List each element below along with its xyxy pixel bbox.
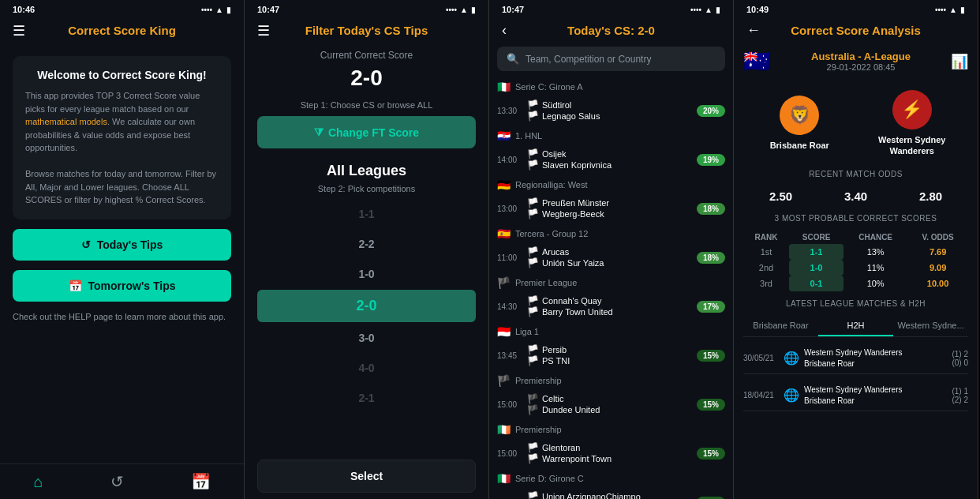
match-team2: 🏳️PS TNI — [527, 355, 692, 366]
score-item-2-1[interactable]: 2-1 — [257, 384, 476, 412]
team2-name: Western Sydney Wanderers — [877, 134, 948, 157]
chance-10: 10% — [843, 276, 907, 291]
match-time: 13:45 — [497, 351, 522, 360]
h2h-team1-1: Western Sydney Wanderers — [804, 347, 947, 358]
league-name-liga1: Liga 1 — [515, 327, 539, 336]
team-flag: 🏳️ — [527, 208, 539, 219]
match-team2: 🏳️Warrenpoint Town — [527, 453, 692, 464]
header-title-1: Correct Score King — [68, 24, 176, 37]
help-text: Check out the HELP page to learn more ab… — [13, 311, 231, 323]
table-row[interactable]: 15:00 🏴Celtic 🏴Dundee United 15% — [497, 389, 725, 419]
screen-4: 10:49 •••• ▲ ▮ ← Correct Score Analysis … — [734, 0, 978, 499]
h2h-score2-t2: (2) 2 — [952, 396, 968, 404]
h2h-icon-2: 🌐 — [784, 388, 799, 403]
calendar-nav-icon[interactable]: 📅 — [191, 472, 211, 491]
score-1-1: 1-1 — [789, 244, 843, 260]
score-item-3-0[interactable]: 3-0 — [257, 324, 476, 352]
wifi-icon-3: ▲ — [705, 6, 713, 14]
header-4: ← Correct Score Analysis — [734, 17, 978, 43]
match-team1: 🏴Celtic — [527, 393, 692, 404]
team-flag: 🏳️ — [527, 295, 539, 306]
status-bar-4: 10:49 •••• ▲ ▮ — [734, 0, 978, 17]
change-ft-button[interactable]: ⧩ Change FT Score — [257, 116, 476, 148]
h2h-score2-t1: (1) 1 — [952, 387, 968, 396]
header-title-2: Filter Today's CS Tips — [305, 24, 428, 37]
odds-769: 7.69 — [907, 244, 968, 260]
welcome-text-part1: This app provides TOP 3 Correct Score va… — [25, 91, 200, 114]
league-header-premiership-irl: 🇮🇪 Premiership — [497, 420, 725, 437]
table-row[interactable]: 13:00 🏳️Preußen Münster 🏳️Wegberg-Beeck … — [497, 193, 725, 223]
league-name-serie-c: Serie C: Girone A — [515, 82, 583, 92]
league-flag-premiership-sco: 🏴 — [497, 374, 511, 387]
score-item-2-2[interactable]: 2-2 — [257, 230, 476, 258]
league-name-premiership-irl: Premiership — [515, 425, 562, 434]
table-row[interactable]: 14:00 🏳️Osijek 🏳️Slaven Koprivnica 19% — [497, 144, 725, 174]
match-team2: 🏴Dundee United — [527, 404, 692, 415]
table-row[interactable]: 13:30 🏳️Union ArzignanoChiampo 🏳️Ambrosi… — [497, 487, 725, 499]
score-item-1-1[interactable]: 1-1 — [257, 200, 476, 228]
select-button[interactable]: Select — [257, 460, 476, 493]
league-header-serie-d: 🇮🇹 Serie D: Girone C — [497, 469, 725, 486]
h2h-section-label: LATEST LEAGUE MATCHES & H2H — [743, 298, 968, 310]
chance-11: 11% — [843, 260, 907, 276]
match-list: 🇮🇹 Serie C: Girone A 13:30 🏳️Südtirol 🏳️… — [489, 77, 733, 499]
signal-icon: •••• — [201, 6, 212, 14]
table-row: 2nd 1-0 11% 9.09 — [743, 260, 968, 276]
tomorrow-tips-button[interactable]: 📅 Tomorrow's Tips — [13, 270, 231, 302]
league-flag-tercera: 🇪🇸 — [497, 227, 511, 240]
match-pct: 20% — [697, 105, 725, 117]
table-row[interactable]: 11:00 🏳️Arucas 🏳️Unión Sur Yaiza 18% — [497, 242, 725, 272]
table-row[interactable]: 13:30 🏳️Südtirol 🏳️Legnago Salus 20% — [497, 96, 725, 126]
league-name-tercera: Tercera - Group 12 — [515, 229, 588, 238]
h2h-match-2: 18/04/21 🌐 Western Sydney Wanderers Bris… — [743, 381, 968, 411]
battery-icon-3: ▮ — [716, 6, 720, 14]
status-bar-2: 10:47 •••• ▲ ▮ — [245, 0, 488, 17]
team-flag: 🏳️ — [527, 99, 539, 111]
bottom-nav: ⌂ ↺ 📅 — [0, 463, 244, 499]
league-info-row: 🇦🇺 Australia - A-League 29-01-2022 08:45… — [743, 43, 968, 79]
league-header-premiership-sco: 🏴 Premiership — [497, 371, 725, 388]
menu-icon[interactable]: ☰ — [13, 22, 25, 39]
team-flag: 🏳️ — [527, 197, 539, 208]
back-icon-3[interactable]: ‹ — [502, 22, 507, 39]
search-icon: 🔍 — [507, 53, 519, 65]
search-bar[interactable]: 🔍 Team, Competition or Country — [497, 47, 725, 71]
table-row[interactable]: 15:00 🏳️Glentoran 🏳️Warrenpoint Town 15% — [497, 438, 725, 468]
match-team2: 🏳️Legnago Salus — [527, 111, 692, 122]
team-flag: 🏳️ — [527, 344, 539, 355]
tab-western[interactable]: Western Sydne... — [893, 316, 968, 336]
league-date: 29-01-2022 08:45 — [771, 62, 951, 72]
match-info: 🏳️Connah's Quay 🏳️Barry Town United — [527, 295, 692, 317]
score-item-2-0[interactable]: 2-0 — [257, 290, 476, 322]
chart-icon[interactable]: 📊 — [951, 53, 968, 70]
match-pct: 18% — [697, 252, 725, 264]
h2h-icon-1: 🌐 — [784, 351, 799, 366]
welcome-text-part3: Browse matches for today and tomorrow. F… — [25, 169, 216, 204]
match-time: 15:00 — [497, 400, 522, 409]
match-pct: 17% — [697, 301, 725, 313]
league-flag-premier-wales: 🏴 — [497, 276, 511, 289]
h2h-score-t1: (1) 2 — [952, 350, 968, 358]
score-item-4-0[interactable]: 4-0 — [257, 354, 476, 382]
welcome-title: Welcome to Correct Score King! — [25, 69, 219, 81]
today-tips-button[interactable]: ↺ Today's Tips — [13, 229, 231, 261]
tab-h2h[interactable]: H2H — [818, 316, 893, 336]
match-team1: 🏳️Union ArzignanoChiampo — [527, 491, 692, 499]
refresh-icon: ↺ — [81, 238, 91, 251]
match-info: 🏴Celtic 🏴Dundee United — [527, 393, 692, 415]
back-icon-4[interactable]: ← — [746, 22, 761, 39]
table-row[interactable]: 13:45 🏳️Persib 🏳️PS TNI 15% — [497, 340, 725, 370]
table-row[interactable]: 14:30 🏳️Connah's Quay 🏳️Barry Town Unite… — [497, 291, 725, 321]
menu-icon-2[interactable]: ☰ — [257, 22, 270, 39]
screen2-body: Current Correct Score 2-0 Step 1: Choose… — [245, 43, 488, 499]
step2-label: Step 2: Pick competitions — [245, 182, 488, 200]
team-flag: 🏴 — [527, 393, 539, 404]
team-flag: 🏳️ — [527, 453, 539, 464]
status-icons-4: •••• ▲ ▮ — [935, 6, 965, 14]
score-item-1-0[interactable]: 1-0 — [257, 260, 476, 288]
h2h-score-2: (1) 1 (2) 2 — [952, 387, 968, 404]
match-info: 🏳️Glentoran 🏳️Warrenpoint Town — [527, 442, 692, 464]
tab-brisbane[interactable]: Brisbane Roar — [743, 316, 818, 336]
refresh-nav-icon[interactable]: ↺ — [110, 472, 124, 491]
home-nav-icon[interactable]: ⌂ — [33, 473, 43, 491]
